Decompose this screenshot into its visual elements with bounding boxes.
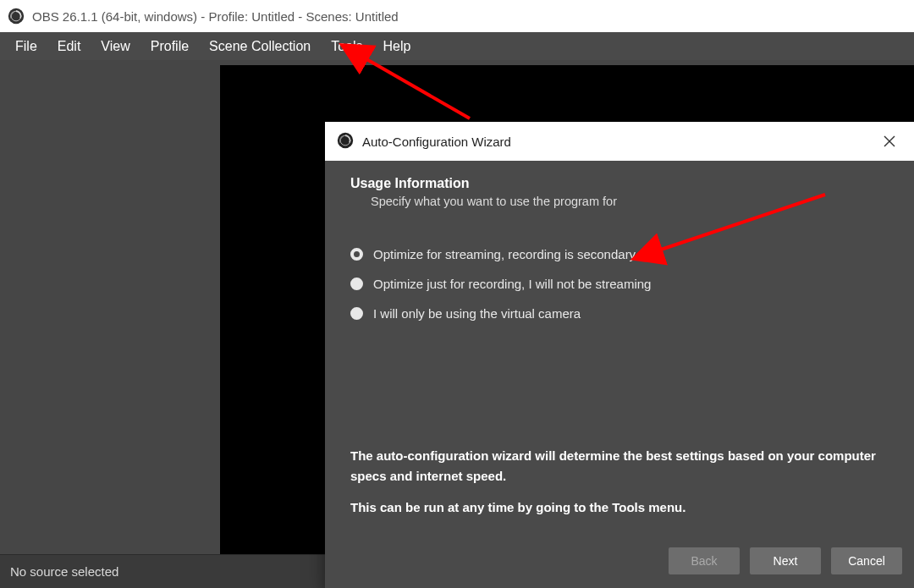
radio-icon <box>350 248 363 261</box>
info-line-2: This can be run at any time by going to … <box>350 497 889 517</box>
menu-edit[interactable]: Edit <box>47 34 91 59</box>
status-text: No source selected <box>10 564 118 579</box>
section-subtitle: Specify what you want to use the program… <box>350 195 889 208</box>
radio-label: Optimize just for recording, I will not … <box>373 277 651 291</box>
menu-scene-collection[interactable]: Scene Collection <box>199 34 321 59</box>
wizard-body: Usage Information Specify what you want … <box>325 161 914 542</box>
title-bar: OBS 26.1.1 (64-bit, windows) - Profile: … <box>0 0 914 32</box>
radio-label: I will only be using the virtual camera <box>373 306 581 321</box>
back-button[interactable]: Back <box>669 547 740 574</box>
radio-icon <box>350 278 363 290</box>
radio-group: Optimize for streaming, recording is sec… <box>350 247 889 321</box>
section-title: Usage Information <box>350 176 889 191</box>
wizard-dialog: Auto-Configuration Wizard Usage Informat… <box>325 122 914 588</box>
wizard-title-text: Auto-Configuration Wizard <box>362 135 511 149</box>
radio-icon <box>350 307 363 320</box>
close-button[interactable] <box>877 129 902 154</box>
next-button[interactable]: Next <box>750 547 821 574</box>
obs-logo-icon <box>337 132 354 151</box>
menu-view[interactable]: View <box>91 34 140 59</box>
cancel-button[interactable]: Cancel <box>831 547 902 574</box>
obs-logo-icon <box>7 7 25 25</box>
radio-option-virtual-camera[interactable]: I will only be using the virtual camera <box>350 306 889 321</box>
menu-help[interactable]: Help <box>373 34 421 59</box>
radio-option-recording[interactable]: Optimize just for recording, I will not … <box>350 277 889 291</box>
wizard-title-bar: Auto-Configuration Wizard <box>325 122 914 161</box>
menu-bar: File Edit View Profile Scene Collection … <box>0 32 914 60</box>
wizard-info: The auto-configuration wizard will deter… <box>350 446 889 517</box>
menu-tools[interactable]: Tools <box>321 34 372 59</box>
wizard-footer: Back Next Cancel <box>325 542 914 588</box>
radio-option-streaming[interactable]: Optimize for streaming, recording is sec… <box>350 247 889 261</box>
info-line-1: The auto-configuration wizard will deter… <box>350 446 889 486</box>
menu-file[interactable]: File <box>5 34 47 59</box>
window-title: OBS 26.1.1 (64-bit, windows) - Profile: … <box>32 9 399 24</box>
radio-label: Optimize for streaming, recording is sec… <box>373 247 636 261</box>
menu-profile[interactable]: Profile <box>140 34 199 59</box>
